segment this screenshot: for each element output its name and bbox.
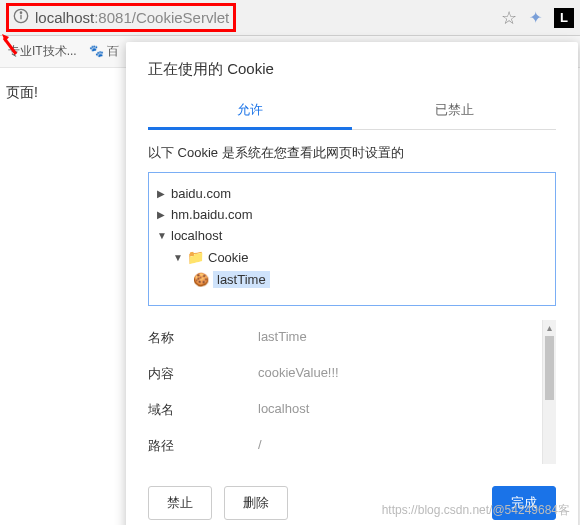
scrollbar[interactable]: ▴ xyxy=(542,320,556,464)
detail-content: 内容 cookieValue!!! xyxy=(148,356,538,392)
block-button[interactable]: 禁止 xyxy=(148,486,212,520)
tree-folder-cookie[interactable]: ▼ 📁 Cookie xyxy=(157,246,547,268)
page-text: 页面! xyxy=(6,84,38,100)
bookmark-item-2[interactable]: 🐾 百 xyxy=(89,43,119,60)
detail-path: 路径 / xyxy=(148,428,538,464)
chevron-right-icon: ▶ xyxy=(157,188,167,199)
address-bar-actions: ☆ ✦ L xyxy=(501,7,574,29)
tree-cookie-lasttime[interactable]: 🍪 lastTime xyxy=(157,268,547,291)
cookie-icon: 🍪 xyxy=(193,272,209,287)
detail-name: 名称 lastTime xyxy=(148,320,538,356)
svg-point-2 xyxy=(20,12,21,13)
url-text[interactable]: localhost:8081/CookieServlet xyxy=(35,9,229,26)
chevron-down-icon: ▼ xyxy=(157,230,167,241)
tab-blocked[interactable]: 已禁止 xyxy=(352,93,556,129)
tab-allowed[interactable]: 允许 xyxy=(148,93,352,130)
bookmark-star-icon[interactable]: ☆ xyxy=(501,7,517,29)
address-bar: localhost:8081/CookieServlet ☆ ✦ L xyxy=(0,0,580,36)
tab-row: 允许 已禁止 xyxy=(148,93,556,130)
tree-site-baidu[interactable]: ▶ baidu.com xyxy=(157,183,547,204)
cookie-dialog: 正在使用的 Cookie 允许 已禁止 以下 Cookie 是系统在您查看此网页… xyxy=(126,42,578,525)
tree-site-localhost[interactable]: ▼ localhost xyxy=(157,225,547,246)
folder-icon: 📁 xyxy=(187,249,204,265)
scroll-up-icon[interactable]: ▴ xyxy=(543,320,556,336)
info-icon[interactable] xyxy=(13,8,29,27)
cookie-tree[interactable]: ▶ baidu.com ▶ hm.baidu.com ▼ localhost ▼… xyxy=(148,172,556,306)
watermark: https://blog.csdn.net/@54249684客 xyxy=(382,502,570,519)
bookmark-item-1[interactable]: 专业IT技术... xyxy=(8,43,77,60)
delete-button[interactable]: 删除 xyxy=(224,486,288,520)
extension-l-icon[interactable]: L xyxy=(554,8,574,28)
paw-icon: 🐾 xyxy=(89,44,104,58)
chevron-down-icon: ▼ xyxy=(173,252,183,263)
dialog-description: 以下 Cookie 是系统在您查看此网页时设置的 xyxy=(148,144,556,162)
dialog-title: 正在使用的 Cookie xyxy=(148,60,556,79)
tree-site-hm-baidu[interactable]: ▶ hm.baidu.com xyxy=(157,204,547,225)
annotation-arrow-icon xyxy=(0,32,18,57)
extension-bird-icon[interactable]: ✦ xyxy=(529,8,542,27)
site-info-highlight: localhost:8081/CookieServlet xyxy=(6,3,236,32)
chevron-right-icon: ▶ xyxy=(157,209,167,220)
detail-domain: 域名 localhost xyxy=(148,392,538,428)
cookie-details: 名称 lastTime 内容 cookieValue!!! 域名 localho… xyxy=(148,320,556,464)
scroll-thumb[interactable] xyxy=(545,336,554,400)
